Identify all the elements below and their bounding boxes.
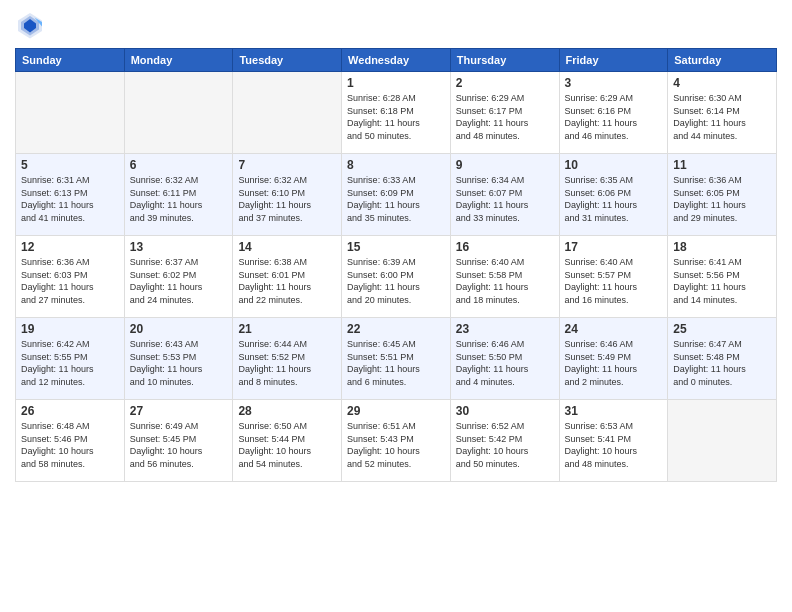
day-number: 27 [130,404,228,418]
day-info: Sunrise: 6:29 AMSunset: 6:16 PMDaylight:… [565,92,663,142]
calendar-cell: 27Sunrise: 6:49 AMSunset: 5:45 PMDayligh… [124,400,233,482]
day-info: Sunrise: 6:42 AMSunset: 5:55 PMDaylight:… [21,338,119,388]
day-info: Sunrise: 6:43 AMSunset: 5:53 PMDaylight:… [130,338,228,388]
calendar-week-4: 19Sunrise: 6:42 AMSunset: 5:55 PMDayligh… [16,318,777,400]
calendar-week-5: 26Sunrise: 6:48 AMSunset: 5:46 PMDayligh… [16,400,777,482]
calendar-cell [16,72,125,154]
day-info: Sunrise: 6:51 AMSunset: 5:43 PMDaylight:… [347,420,445,470]
day-info: Sunrise: 6:46 AMSunset: 5:50 PMDaylight:… [456,338,554,388]
day-number: 1 [347,76,445,90]
calendar-cell [233,72,342,154]
day-info: Sunrise: 6:36 AMSunset: 6:05 PMDaylight:… [673,174,771,224]
day-info: Sunrise: 6:32 AMSunset: 6:11 PMDaylight:… [130,174,228,224]
calendar-cell: 3Sunrise: 6:29 AMSunset: 6:16 PMDaylight… [559,72,668,154]
day-info: Sunrise: 6:37 AMSunset: 6:02 PMDaylight:… [130,256,228,306]
day-number: 12 [21,240,119,254]
col-monday: Monday [124,49,233,72]
calendar-cell: 13Sunrise: 6:37 AMSunset: 6:02 PMDayligh… [124,236,233,318]
day-number: 13 [130,240,228,254]
calendar-cell: 21Sunrise: 6:44 AMSunset: 5:52 PMDayligh… [233,318,342,400]
day-number: 28 [238,404,336,418]
day-info: Sunrise: 6:40 AMSunset: 5:58 PMDaylight:… [456,256,554,306]
calendar-cell [668,400,777,482]
day-number: 25 [673,322,771,336]
calendar-cell: 5Sunrise: 6:31 AMSunset: 6:13 PMDaylight… [16,154,125,236]
col-tuesday: Tuesday [233,49,342,72]
day-number: 24 [565,322,663,336]
day-info: Sunrise: 6:39 AMSunset: 6:00 PMDaylight:… [347,256,445,306]
day-number: 21 [238,322,336,336]
day-number: 9 [456,158,554,172]
day-info: Sunrise: 6:29 AMSunset: 6:17 PMDaylight:… [456,92,554,142]
day-number: 31 [565,404,663,418]
day-number: 20 [130,322,228,336]
calendar-cell: 25Sunrise: 6:47 AMSunset: 5:48 PMDayligh… [668,318,777,400]
day-info: Sunrise: 6:48 AMSunset: 5:46 PMDaylight:… [21,420,119,470]
calendar-cell: 4Sunrise: 6:30 AMSunset: 6:14 PMDaylight… [668,72,777,154]
calendar-cell: 1Sunrise: 6:28 AMSunset: 6:18 PMDaylight… [342,72,451,154]
calendar-cell: 23Sunrise: 6:46 AMSunset: 5:50 PMDayligh… [450,318,559,400]
calendar-cell: 8Sunrise: 6:33 AMSunset: 6:09 PMDaylight… [342,154,451,236]
day-info: Sunrise: 6:33 AMSunset: 6:09 PMDaylight:… [347,174,445,224]
calendar-week-3: 12Sunrise: 6:36 AMSunset: 6:03 PMDayligh… [16,236,777,318]
logo [15,10,49,40]
day-number: 2 [456,76,554,90]
day-info: Sunrise: 6:36 AMSunset: 6:03 PMDaylight:… [21,256,119,306]
calendar-cell: 2Sunrise: 6:29 AMSunset: 6:17 PMDaylight… [450,72,559,154]
day-number: 29 [347,404,445,418]
day-info: Sunrise: 6:28 AMSunset: 6:18 PMDaylight:… [347,92,445,142]
calendar-cell: 20Sunrise: 6:43 AMSunset: 5:53 PMDayligh… [124,318,233,400]
calendar-cell: 19Sunrise: 6:42 AMSunset: 5:55 PMDayligh… [16,318,125,400]
day-info: Sunrise: 6:45 AMSunset: 5:51 PMDaylight:… [347,338,445,388]
day-number: 22 [347,322,445,336]
calendar-cell: 16Sunrise: 6:40 AMSunset: 5:58 PMDayligh… [450,236,559,318]
col-friday: Friday [559,49,668,72]
day-number: 7 [238,158,336,172]
calendar-cell: 31Sunrise: 6:53 AMSunset: 5:41 PMDayligh… [559,400,668,482]
calendar-week-1: 1Sunrise: 6:28 AMSunset: 6:18 PMDaylight… [16,72,777,154]
day-number: 26 [21,404,119,418]
calendar-table: Sunday Monday Tuesday Wednesday Thursday… [15,48,777,482]
day-info: Sunrise: 6:46 AMSunset: 5:49 PMDaylight:… [565,338,663,388]
day-info: Sunrise: 6:35 AMSunset: 6:06 PMDaylight:… [565,174,663,224]
day-info: Sunrise: 6:52 AMSunset: 5:42 PMDaylight:… [456,420,554,470]
day-number: 30 [456,404,554,418]
calendar-cell: 29Sunrise: 6:51 AMSunset: 5:43 PMDayligh… [342,400,451,482]
col-sunday: Sunday [16,49,125,72]
calendar-cell: 15Sunrise: 6:39 AMSunset: 6:00 PMDayligh… [342,236,451,318]
day-number: 10 [565,158,663,172]
calendar-cell: 9Sunrise: 6:34 AMSunset: 6:07 PMDaylight… [450,154,559,236]
calendar-cell: 22Sunrise: 6:45 AMSunset: 5:51 PMDayligh… [342,318,451,400]
day-number: 19 [21,322,119,336]
col-saturday: Saturday [668,49,777,72]
calendar-cell: 11Sunrise: 6:36 AMSunset: 6:05 PMDayligh… [668,154,777,236]
calendar-cell: 10Sunrise: 6:35 AMSunset: 6:06 PMDayligh… [559,154,668,236]
day-info: Sunrise: 6:49 AMSunset: 5:45 PMDaylight:… [130,420,228,470]
day-number: 14 [238,240,336,254]
day-number: 3 [565,76,663,90]
calendar-week-2: 5Sunrise: 6:31 AMSunset: 6:13 PMDaylight… [16,154,777,236]
day-info: Sunrise: 6:50 AMSunset: 5:44 PMDaylight:… [238,420,336,470]
day-info: Sunrise: 6:32 AMSunset: 6:10 PMDaylight:… [238,174,336,224]
calendar-cell: 18Sunrise: 6:41 AMSunset: 5:56 PMDayligh… [668,236,777,318]
day-number: 15 [347,240,445,254]
day-number: 4 [673,76,771,90]
col-wednesday: Wednesday [342,49,451,72]
day-number: 6 [130,158,228,172]
day-info: Sunrise: 6:40 AMSunset: 5:57 PMDaylight:… [565,256,663,306]
calendar-cell: 26Sunrise: 6:48 AMSunset: 5:46 PMDayligh… [16,400,125,482]
day-info: Sunrise: 6:30 AMSunset: 6:14 PMDaylight:… [673,92,771,142]
day-number: 23 [456,322,554,336]
calendar-cell: 24Sunrise: 6:46 AMSunset: 5:49 PMDayligh… [559,318,668,400]
day-number: 17 [565,240,663,254]
day-info: Sunrise: 6:34 AMSunset: 6:07 PMDaylight:… [456,174,554,224]
calendar-cell: 7Sunrise: 6:32 AMSunset: 6:10 PMDaylight… [233,154,342,236]
day-info: Sunrise: 6:47 AMSunset: 5:48 PMDaylight:… [673,338,771,388]
day-info: Sunrise: 6:31 AMSunset: 6:13 PMDaylight:… [21,174,119,224]
calendar-cell: 28Sunrise: 6:50 AMSunset: 5:44 PMDayligh… [233,400,342,482]
logo-icon [15,10,45,40]
page-header [15,10,777,40]
calendar-cell [124,72,233,154]
calendar-header-row: Sunday Monday Tuesday Wednesday Thursday… [16,49,777,72]
calendar-body: 1Sunrise: 6:28 AMSunset: 6:18 PMDaylight… [16,72,777,482]
